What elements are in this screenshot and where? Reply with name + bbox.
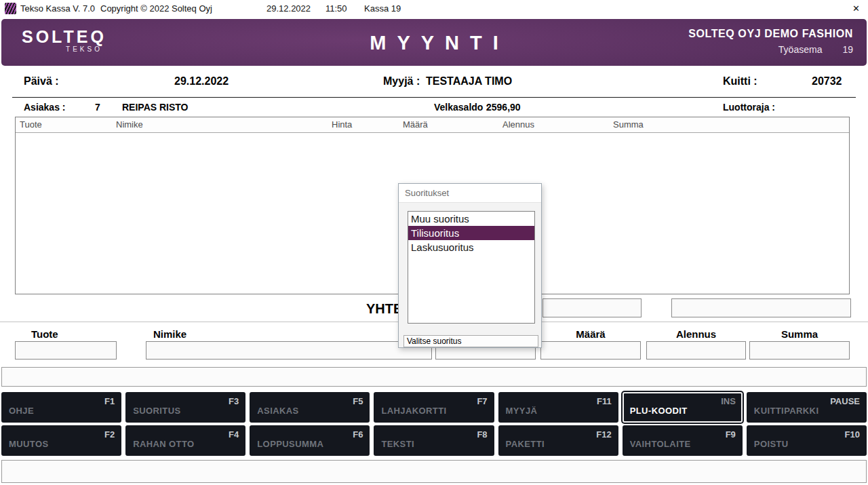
col-maara: Määrä: [403, 119, 428, 130]
paketti-button[interactable]: PAKETTI F12: [498, 425, 618, 456]
asiakas-label: ASIAKAS: [257, 406, 298, 416]
workstation-info: Työasema19: [688, 44, 853, 55]
ohje-key: F1: [104, 396, 115, 406]
dialog-status-bar: Valitse suoritus: [403, 335, 538, 347]
entry-input-summa[interactable]: [749, 341, 850, 360]
seller-label: Myyjä :: [383, 75, 420, 88]
entry-input-maara[interactable]: [540, 341, 641, 360]
logo-sub-text: TEKSO: [22, 45, 106, 53]
loppusumma-label: LOPPUSUMMA: [257, 439, 323, 449]
page-title: MYYNTI: [359, 32, 509, 54]
message-box: [1, 460, 867, 483]
vaihtolaite-button[interactable]: VAIHTOLAITE F9: [623, 425, 743, 456]
muutos-key: F2: [104, 429, 115, 440]
customer-number: 7: [95, 102, 100, 113]
entry-input-alennus[interactable]: [646, 341, 746, 360]
myyja-key: F11: [597, 396, 612, 406]
kuittiparkki-button[interactable]: KUITTIPARKKI PAUSE: [747, 392, 867, 423]
title-bar: Tekso Kassa V. 7.0 Copyright © 2022 Solt…: [0, 0, 868, 18]
app-header: SOLTEQ TEKSO MYYNTI SOLTEQ OYJ DEMO FASH…: [1, 19, 867, 66]
suoritus-label: SUORITUS: [133, 406, 180, 416]
sales-table-header: Tuote Nimike Hinta Määrä Alennus Summa: [16, 117, 849, 133]
customer-label: Asiakas :: [24, 102, 65, 113]
col-tuote: Tuote: [20, 119, 42, 130]
suoritukset-dialog: Suoritukset Muu suoritus Tilisuoritus La…: [398, 183, 542, 348]
divider: [12, 97, 856, 98]
col-summa: Summa: [613, 119, 644, 130]
date-label: Päivä :: [24, 75, 59, 88]
paketti-key: F12: [596, 429, 611, 440]
asiakas-key: F5: [353, 396, 363, 406]
close-icon[interactable]: ✕: [852, 3, 860, 14]
entry-label-alennus: Alennus: [646, 328, 746, 340]
col-hinta: Hinta: [332, 119, 352, 130]
plu-koodit-key: INS: [721, 396, 736, 406]
poistu-button[interactable]: POISTU F10: [747, 425, 867, 456]
paketti-label: PAKETTI: [506, 439, 545, 449]
plu-koodit-label: PLU-KOODIT: [630, 406, 688, 416]
poistu-label: POISTU: [754, 439, 789, 449]
store-name: SOLTEQ OYJ DEMO FASHION: [688, 28, 853, 40]
entry-label-maara: Määrä: [540, 328, 641, 340]
function-key-row-2: MUUTOS F2 RAHAN OTTO F4 LOPPUSUMMA F6 TE…: [1, 425, 867, 456]
rahan-otto-button[interactable]: RAHAN OTTO F4: [125, 425, 245, 456]
rahan-otto-label: RAHAN OTTO: [133, 439, 194, 449]
plu-koodit-button[interactable]: PLU-KOODIT INS: [623, 392, 743, 423]
copyright-text: Copyright © 2022 Solteq Oyj: [100, 3, 212, 14]
kuittiparkki-label: KUITTIPARKKI: [754, 406, 819, 416]
ohje-button[interactable]: OHJE F1: [1, 392, 121, 423]
teksti-key: F8: [477, 429, 487, 440]
entry-label-tuote: Tuote: [15, 328, 117, 340]
muutos-label: MUUTOS: [9, 439, 49, 449]
titlebar-date: 29.12.2022: [267, 3, 311, 14]
suoritus-listbox[interactable]: Muu suoritus Tilisuoritus Laskusuoritus: [408, 211, 535, 324]
kuittiparkki-key: PAUSE: [830, 396, 860, 406]
suoritus-key: F3: [229, 396, 239, 406]
debt-value: 2596,90: [486, 102, 521, 113]
lahjakortti-button[interactable]: LAHJAKORTTI F7: [374, 392, 494, 423]
myyja-label: MYYJÄ: [506, 406, 538, 416]
teksti-button[interactable]: TEKSTI F8: [374, 425, 494, 456]
workstation-number: 19: [842, 44, 853, 55]
titlebar-time: 11:50: [326, 3, 347, 14]
pos-window: Tekso Kassa V. 7.0 Copyright © 2022 Solt…: [0, 0, 868, 485]
credit-label: Luottoraja :: [723, 102, 775, 113]
asiakas-button[interactable]: ASIAKAS F5: [250, 392, 370, 423]
total-quantity-field: [542, 298, 642, 317]
solteq-logo: SOLTEQ TEKSO: [22, 28, 106, 53]
suoritus-button[interactable]: SUORITUS F3: [125, 392, 245, 423]
teksti-label: TEKSTI: [381, 439, 414, 449]
app-title: Tekso Kassa V. 7.0: [20, 3, 95, 14]
lahjakortti-key: F7: [477, 396, 487, 406]
total-amount-field: [671, 298, 851, 317]
vaihtolaite-label: VAIHTOLAITE: [630, 439, 691, 449]
app-icon: [5, 3, 16, 14]
vaihtolaite-key: F9: [726, 429, 736, 440]
myyja-button[interactable]: MYYJÄ F11: [498, 392, 618, 423]
logo-main-text: SOLTEQ: [22, 28, 106, 45]
col-alennus: Alennus: [502, 119, 534, 130]
poistu-key: F10: [845, 429, 860, 440]
ohje-label: OHJE: [9, 406, 34, 416]
command-input[interactable]: [1, 367, 867, 387]
loppusumma-button[interactable]: LOPPUSUMMA F6: [250, 425, 370, 456]
receipt-value: 20732: [812, 75, 842, 88]
seller-value: TESTAAJA TIMO: [426, 75, 512, 88]
rahan-otto-key: F4: [229, 429, 239, 440]
list-item-laskusuoritus[interactable]: Laskusuoritus: [408, 240, 534, 254]
customer-name: REIPAS RISTO: [122, 102, 189, 113]
workstation-label: Työasema: [778, 44, 823, 55]
entry-input-tuote[interactable]: [15, 341, 117, 360]
list-item-tilisuoritus[interactable]: Tilisuoritus: [408, 226, 534, 240]
titlebar-register: Kassa 19: [364, 3, 401, 14]
entry-label-nimike: Nimike: [146, 328, 432, 340]
muutos-button[interactable]: MUUTOS F2: [1, 425, 121, 456]
entry-input-nimike[interactable]: [146, 341, 432, 360]
lahjakortti-label: LAHJAKORTTI: [381, 406, 446, 416]
date-value: 29.12.2022: [174, 75, 229, 88]
list-item-muu-suoritus[interactable]: Muu suoritus: [408, 212, 534, 226]
receipt-label: Kuitti :: [723, 75, 757, 88]
loppusumma-key: F6: [353, 429, 363, 440]
debt-label: Velkasaldo :: [434, 102, 489, 113]
function-key-row-1: OHJE F1 SUORITUS F3 ASIAKAS F5 LAHJAKORT…: [1, 392, 867, 423]
